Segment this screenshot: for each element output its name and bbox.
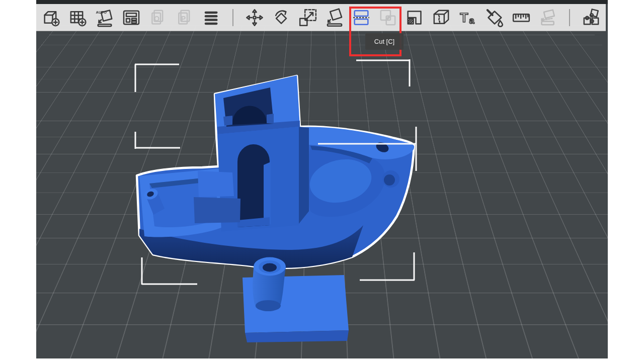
text-tool-icon: T a (458, 8, 478, 28)
3d-viewport[interactable]: AUTO O (36, 0, 608, 358)
text-tool-letter-a: a (469, 15, 475, 25)
scene-canvas[interactable] (36, 0, 608, 358)
import-part-button: P (174, 6, 196, 30)
scale-button[interactable] (297, 6, 319, 30)
add-cube-icon (41, 8, 61, 28)
split-button (537, 6, 559, 30)
model-benchy[interactable] (137, 75, 414, 268)
auto-orient-button[interactable]: AUTO (94, 6, 116, 30)
scale-icon (298, 8, 318, 28)
seam-painting-button[interactable] (430, 6, 452, 30)
auto-orient-icon: AUTO (95, 8, 115, 28)
cut-tooltip: Cut [C] (365, 33, 404, 50)
measure-icon (511, 8, 531, 28)
toolbar-separator (232, 9, 233, 26)
color-painting-icon (485, 8, 505, 28)
import-object-letter: O (154, 15, 159, 23)
measure-button[interactable] (510, 6, 532, 30)
cut-tooltip-label: Cut [C] (374, 38, 394, 45)
rotate-button[interactable] (270, 6, 292, 30)
lay-on-face-icon (325, 8, 345, 28)
add-object-button[interactable] (40, 6, 62, 30)
text-tool-button[interactable]: T a (457, 6, 479, 30)
add-plate-icon (68, 8, 88, 28)
move-icon (245, 8, 265, 28)
import-object-icon: O (148, 8, 168, 28)
assembly-view-icon (581, 8, 601, 28)
text-tool-letter-T: T (460, 10, 468, 25)
import-part-icon: P (175, 8, 195, 28)
split-icon (538, 8, 558, 28)
model-plate-pin[interactable] (243, 257, 349, 343)
object-list-icon (201, 8, 221, 28)
toolbar-separator (569, 9, 570, 26)
color-painting-button[interactable] (484, 6, 506, 30)
assembly-view-button[interactable] (580, 6, 602, 30)
variable-layer-height-icon (405, 8, 425, 28)
object-list-button[interactable] (200, 6, 222, 30)
app-window: AUTO O (0, 0, 644, 362)
arrange-icon (121, 8, 141, 28)
import-object-button: O (147, 6, 169, 30)
rotate-icon (271, 8, 291, 28)
import-part-letter: P (181, 15, 186, 23)
seam-painting-icon (431, 8, 451, 28)
main-toolbar: AUTO O (36, 4, 606, 31)
variable-layer-height-button[interactable] (404, 6, 426, 30)
arrange-button[interactable] (120, 6, 142, 30)
add-plate-button[interactable] (67, 6, 89, 30)
lay-on-face-button[interactable] (324, 6, 346, 30)
auto-label: AUTO (96, 10, 107, 14)
move-button[interactable] (244, 6, 266, 30)
